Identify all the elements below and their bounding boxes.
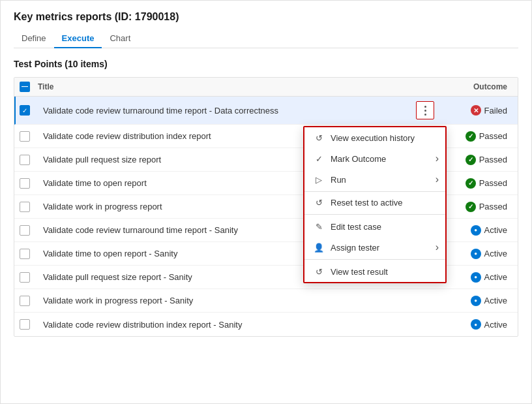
more-options-button[interactable] — [416, 101, 434, 119]
row-title[interactable]: Validate code review distribution index … — [38, 320, 434, 330]
header-title: Title — [38, 82, 434, 91]
outcome-active-icon — [471, 272, 481, 283]
row-title[interactable]: Validate work in progress report - Sanit… — [38, 296, 434, 305]
menu-separator — [304, 259, 445, 260]
header-outcome: Outcome — [434, 82, 512, 91]
outcome-passed-icon — [466, 155, 476, 165]
outcome-failed-icon — [471, 105, 481, 116]
play-icon: ▷ — [314, 174, 324, 185]
row-checkbox[interactable] — [20, 272, 30, 283]
person-icon: 👤 — [314, 242, 324, 253]
menu-separator — [304, 214, 445, 215]
outcome-passed-icon — [466, 178, 476, 189]
select-all-checkbox[interactable] — [20, 82, 30, 92]
outcome-active-icon — [471, 225, 481, 236]
header-checkbox-col — [20, 82, 38, 92]
row-outcome: Failed — [434, 105, 512, 116]
table-row: Validate code review distribution index … — [14, 313, 518, 336]
menu-item-assign[interactable]: 👤 Assign tester — [304, 237, 445, 258]
outcome-active-icon — [471, 249, 481, 259]
table-row: Validate code review turnaround time rep… — [14, 97, 518, 125]
outcome-passed-icon — [466, 131, 476, 142]
row-checkbox[interactable] — [20, 296, 30, 306]
outcome-active-icon — [471, 296, 481, 306]
pencil-icon: ✎ — [314, 221, 324, 232]
row-title[interactable]: Validate code review turnaround time rep… — [38, 106, 416, 116]
menu-item-view-history[interactable]: ↺ View execution history — [304, 127, 445, 148]
section-title: Test Points (10 items) — [14, 59, 518, 69]
outcome-passed-icon — [466, 202, 476, 212]
row-checkbox[interactable] — [20, 202, 30, 212]
menu-item-mark-outcome[interactable]: ✓ Mark Outcome — [304, 148, 445, 169]
row-checkbox[interactable] — [20, 131, 30, 142]
row-outcome: Active — [434, 296, 512, 306]
row-outcome: Active — [434, 319, 512, 330]
tab-chart[interactable]: Chart — [102, 29, 138, 48]
tab-execute[interactable]: Execute — [54, 29, 102, 48]
page-container: Key metrics reports (ID: 1790018) Define… — [0, 0, 532, 404]
tabs-bar: Define Execute Chart — [14, 29, 518, 48]
result-icon: ↺ — [314, 266, 324, 277]
menu-item-run[interactable]: ▷ Run — [304, 169, 445, 190]
row-checkbox[interactable] — [20, 225, 30, 236]
tab-define[interactable]: Define — [14, 29, 54, 48]
check-icon: ✓ — [314, 153, 324, 164]
page-title: Key metrics reports (ID: 1790018) — [14, 11, 518, 23]
row-checkbox[interactable] — [20, 155, 30, 165]
menu-item-view-result[interactable]: ↺ View test result — [304, 261, 445, 282]
row-checkbox[interactable] — [20, 178, 30, 189]
history-icon: ↺ — [314, 132, 324, 143]
row-checkbox[interactable] — [20, 105, 30, 116]
table-row: Validate work in progress report - Sanit… — [14, 289, 518, 313]
outcome-active-icon — [471, 319, 481, 330]
row-checkbox[interactable] — [20, 319, 30, 330]
dots-icon — [424, 106, 426, 116]
menu-item-reset[interactable]: ↺ Reset test to active — [304, 191, 445, 213]
reset-icon: ↺ — [314, 197, 324, 208]
row-checkbox[interactable] — [20, 249, 30, 259]
table-header: Title Outcome — [14, 78, 518, 97]
menu-item-edit[interactable]: ✎ Edit test case — [304, 216, 445, 237]
context-menu: ↺ View execution history ✓ Mark Outcome … — [303, 126, 447, 283]
